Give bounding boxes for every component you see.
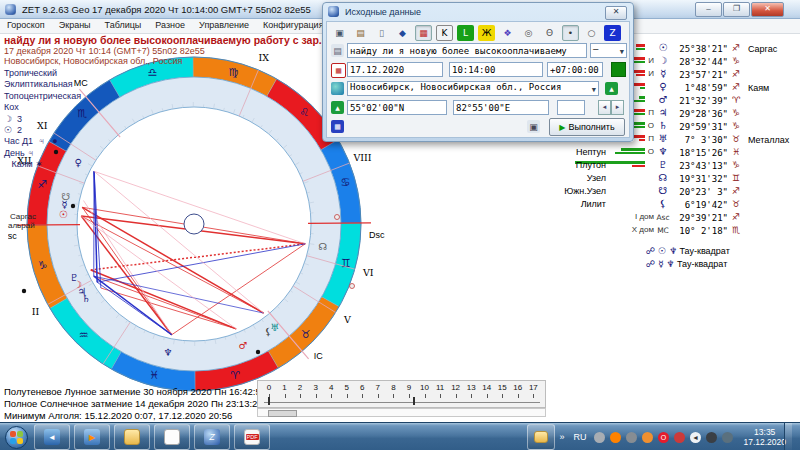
time-input[interactable] (449, 62, 543, 77)
date-input[interactable] (347, 62, 443, 77)
menu-item-экраны[interactable]: Экраны (52, 19, 98, 33)
notepad-app-button[interactable] (154, 424, 190, 450)
fixed-star-label: альрай (8, 221, 35, 230)
altitude-input[interactable] (557, 100, 585, 115)
next-button[interactable]: ▸ (611, 100, 624, 115)
tray-usb-icon[interactable] (706, 432, 717, 443)
copy-icon[interactable]: ▣ (331, 25, 348, 41)
ruler-tick (425, 394, 426, 398)
menu-item-разное[interactable]: Разное (148, 19, 192, 33)
zodiac-sign-glyph: ♐ (732, 186, 740, 196)
fixed-star-dot (71, 204, 75, 208)
sign-glyph-libra: ♎ (148, 66, 158, 79)
tray-chevron-icon[interactable]: » (559, 432, 564, 442)
prev-button[interactable]: ◂ (598, 100, 611, 115)
pdf-app-icon: PDF (244, 429, 260, 445)
explorer-window-button[interactable] (527, 424, 555, 450)
circle-b-icon[interactable]: Θ (541, 25, 558, 41)
timezone-input[interactable] (547, 62, 603, 77)
wheel-planet-neptune: ♆ (164, 347, 173, 358)
event-mode-combo[interactable]: – ▼ (590, 43, 627, 58)
close-button[interactable]: ✕ (751, 2, 784, 17)
pdf-app-button[interactable]: PDF (234, 424, 270, 450)
ruler-number: 17 (529, 383, 538, 392)
ruler-number: 11 (436, 383, 444, 392)
tray-avast-icon[interactable] (610, 432, 621, 443)
language-indicator[interactable]: RU (573, 432, 586, 442)
sign-glyph-virgo: ♍ (229, 66, 239, 79)
tray-network-icon[interactable] (722, 432, 733, 443)
setting-line: ☽ 3 (4, 114, 81, 125)
k-icon[interactable]: K (436, 25, 453, 41)
chevron-down-icon[interactable]: ▼ (620, 48, 624, 56)
place-combo[interactable]: Новосибирск, Новосибирская обл., Россия … (347, 81, 599, 96)
dialog-toolbar: ▣▤▯◆▦KLЖ❖◎Θ•○Z (331, 24, 625, 41)
new-file-icon[interactable]: ▯ (373, 25, 390, 41)
media-player-app-button[interactable]: ▶ (74, 424, 110, 450)
fixed-star-name: Металлах (748, 135, 789, 145)
dignity-bar (636, 48, 645, 51)
minimize-button[interactable]: – (695, 2, 722, 17)
dialog-close-button[interactable]: ✕ (605, 6, 627, 20)
circle-a-icon[interactable]: ◎ (520, 25, 537, 41)
tray-grey-icon[interactable] (626, 432, 637, 443)
dove-icon[interactable]: ❖ (499, 25, 516, 41)
longitude-input[interactable] (453, 100, 549, 115)
ruler-tick (440, 394, 441, 398)
execute-button[interactable]: ▶ Выполнить (549, 118, 625, 136)
ruler-number: 10 (420, 383, 429, 392)
ruler-tick (300, 394, 301, 398)
chevron-down-icon[interactable]: ▼ (592, 86, 596, 94)
ruler-handle[interactable] (413, 397, 415, 405)
event-text-input[interactable] (347, 43, 587, 58)
save-icon[interactable]: ◆ (394, 25, 411, 41)
menu-item-конфигурация[interactable]: Конфигурация (256, 19, 330, 33)
media-arrow-app-button[interactable]: ◄ (34, 424, 70, 450)
show-desktop-button[interactable] (784, 423, 792, 450)
restore-button[interactable]: ❐ (723, 2, 750, 17)
tray-cleaner-icon[interactable] (674, 432, 685, 443)
l-icon[interactable]: L (457, 25, 474, 41)
radio-icon[interactable]: ○ (583, 25, 600, 41)
ruler-track (264, 402, 540, 403)
ruler-tick (502, 394, 503, 398)
latitude-input[interactable] (347, 100, 447, 115)
start-button[interactable] (5, 426, 28, 449)
options-grid-icon[interactable]: ▦ (331, 120, 344, 133)
copy-icon[interactable]: ▣ (527, 120, 540, 133)
table-icon[interactable]: ▦ (415, 25, 432, 41)
planet-name-label: Нептун (520, 147, 606, 157)
paste-icon[interactable]: ▤ (352, 25, 369, 41)
planet-glyph: ♀ (656, 81, 670, 92)
sign-glyph-gemini: ♊ (341, 257, 351, 270)
zodiac-sign-glyph: ♈ (732, 95, 740, 105)
zet-app-button[interactable]: Z (194, 424, 230, 450)
ruler-number: 16 (513, 383, 522, 392)
radio-small-icon[interactable]: • (562, 25, 579, 41)
time-ruler[interactable]: 01234567891011121314151617 (257, 380, 546, 408)
menu-item-таблицы[interactable]: Таблицы (98, 19, 149, 33)
planet-glyph: ☽ (656, 55, 670, 66)
menu-item-гороскоп[interactable]: Гороскоп (0, 19, 52, 33)
zet-application-window: ZET 9.2.63 Geo 17 декабря 2020 Чт 10:14:… (0, 0, 800, 450)
zet-icon[interactable]: Z (604, 25, 621, 41)
zh-icon[interactable]: Ж (478, 25, 495, 41)
ruler-handle[interactable] (268, 397, 270, 405)
zodiac-sign-glyph: ♑ (732, 56, 740, 66)
sign-glyph-aries: ♈ (231, 369, 241, 382)
planet-glyph: MC (656, 224, 670, 237)
taskbar-clock[interactable]: 13:35 17.12.2020 (743, 427, 786, 447)
ruler-scrollbar-thumb[interactable] (268, 410, 297, 417)
dignity-bar (636, 44, 645, 47)
tray-volume-icon[interactable]: ◄ (690, 432, 701, 443)
daylight-flag[interactable] (611, 62, 626, 77)
zodiac-sign-glyph: ♑ (732, 160, 740, 170)
tray-opera-icon[interactable]: O (658, 432, 669, 443)
ruler-scrollbar[interactable] (257, 408, 546, 417)
tray-swirl-icon[interactable] (594, 432, 605, 443)
atlas-button[interactable]: ▲ (605, 82, 618, 95)
menu-item-управление[interactable]: Управление (192, 19, 256, 33)
explorer-app-button[interactable] (114, 424, 150, 450)
planet-longitude: 19°31'32" (670, 174, 728, 184)
tray-ball-icon[interactable] (642, 432, 653, 443)
